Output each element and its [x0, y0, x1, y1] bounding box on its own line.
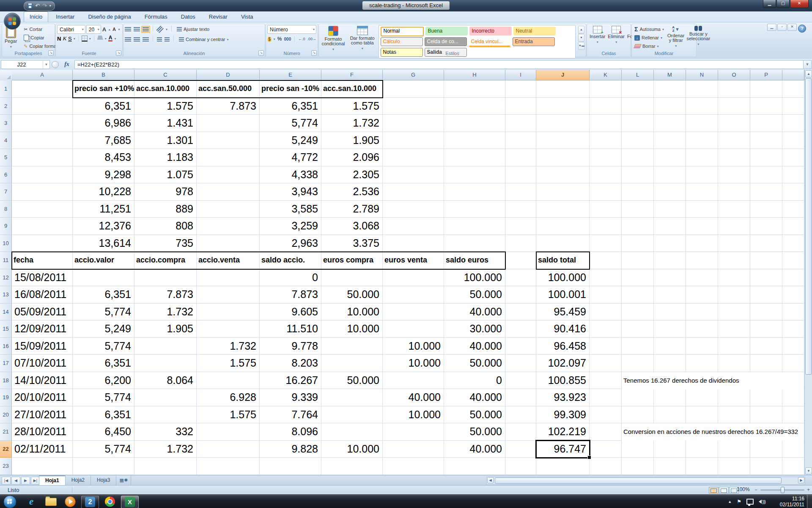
cell-C8[interactable]: 889 [134, 201, 197, 218]
cell-B7[interactable]: 10,228 [73, 183, 134, 201]
cell-L18[interactable]: Tenemos 16.267 derechos de dividendos [622, 372, 804, 389]
cell-E12[interactable]: 0 [260, 269, 321, 287]
vertical-scroll-thumb[interactable] [805, 78, 812, 375]
cell-C13[interactable]: 7.873 [134, 286, 197, 304]
cell-A21[interactable]: 28/10/2011 [12, 423, 73, 441]
vertical-scrollbar[interactable]: ▲ ▼ [804, 70, 812, 475]
fuente-dialog-launcher[interactable]: ↘ [116, 50, 121, 56]
cell-C22[interactable]: 1.732 [134, 441, 197, 458]
gallery-more-icon[interactable]: ▼▬ [578, 42, 584, 50]
cell-B2[interactable]: 6,351 [73, 98, 134, 115]
cell-E18[interactable]: 16.267 [260, 372, 321, 389]
cell-F10[interactable]: 3.375 [321, 235, 383, 252]
internet-explorer-button[interactable]: e [23, 496, 40, 508]
grow-font-button[interactable]: A▲ [102, 25, 111, 33]
cell-A16[interactable]: 15/09/2011 [12, 338, 73, 355]
app-2-taskbar-button[interactable]: 2 [81, 496, 99, 508]
cell-F8[interactable]: 2.789 [321, 201, 383, 218]
clear-button[interactable]: Borrar▾ [633, 42, 665, 50]
selected-cell-J22[interactable] [535, 440, 590, 459]
cell-B22[interactable]: 5,774 [73, 441, 134, 458]
cell-F9[interactable]: 3.068 [321, 218, 383, 235]
cell-C21[interactable]: 332 [134, 423, 197, 441]
column-header-L[interactable]: L [622, 70, 654, 80]
worksheet-grid[interactable]: precio san +10%acc.san.10.000acc.san.50.… [0, 70, 804, 475]
cell-A14[interactable]: 05/09/2011 [12, 304, 73, 321]
cell-F1[interactable]: acc.san.10.000 [321, 80, 383, 98]
accounting-format-icon[interactable]: $ [267, 36, 272, 42]
align-right-icon[interactable] [143, 37, 149, 42]
cell-C6[interactable]: 1.075 [134, 166, 197, 184]
format-as-table-button[interactable]: Dar formato como tabla▾ [348, 25, 377, 52]
cell-B5[interactable]: 8,453 [73, 149, 134, 166]
row-header-13[interactable]: 13 [0, 286, 12, 304]
cell-L21[interactable]: Conversion en acciones de nuestros derec… [622, 423, 804, 441]
cell-H14[interactable]: 40.000 [444, 304, 505, 321]
scroll-down-icon[interactable]: ▼ [805, 467, 812, 475]
underline-options-icon[interactable]: ▾ [74, 37, 75, 41]
cell-J16[interactable]: 96.458 [536, 338, 590, 355]
cell-E20[interactable]: 7.764 [260, 406, 321, 424]
cell-C3[interactable]: 1.431 [134, 115, 197, 132]
align-middle-icon[interactable] [134, 27, 140, 32]
cell-E9[interactable]: 3,259 [260, 218, 321, 235]
gallery-up-icon[interactable]: ▲ [578, 26, 584, 34]
column-header-A[interactable]: A [12, 70, 73, 80]
maximize-button[interactable]: ▢ [776, 0, 790, 8]
ribbon-tab-f-rmulas[interactable]: Fórmulas [139, 11, 173, 22]
cell-B11[interactable]: accio.valor [73, 252, 134, 269]
cell-H21[interactable]: 50.000 [444, 423, 505, 441]
underline-button[interactable]: S [68, 36, 72, 42]
row-header-2[interactable]: 2 [0, 98, 12, 115]
cell-C2[interactable]: 1.575 [134, 98, 197, 115]
cell-F11[interactable]: euros compra [321, 252, 383, 269]
ribbon-tab-dise-o-de-p-gina[interactable]: Diseño de página [82, 11, 137, 22]
cell-J21[interactable]: 102.219 [536, 423, 590, 441]
cell-B13[interactable]: 6,351 [73, 286, 134, 304]
italic-button[interactable]: K [63, 35, 66, 42]
cell-H13[interactable]: 50.000 [444, 286, 505, 304]
cell-H15[interactable]: 30.000 [444, 320, 505, 338]
row-header-8[interactable]: 8 [0, 201, 12, 218]
decrease-decimal-icon[interactable]: .00→ [307, 37, 316, 41]
row-header-10[interactable]: 10 [0, 235, 12, 252]
insert-function-button[interactable] [52, 61, 59, 68]
column-header-D[interactable]: D [197, 70, 260, 80]
cell-H19[interactable]: 40.000 [444, 389, 505, 406]
alineacion-dialog-launcher[interactable]: ↘ [258, 50, 264, 56]
cell-G19[interactable]: 40.000 [383, 389, 444, 406]
cell-F2[interactable]: 1.575 [321, 98, 383, 115]
cell-G11[interactable]: euros venta [383, 252, 444, 269]
next-sheet-icon[interactable]: ▶ [21, 477, 30, 485]
first-sheet-icon[interactable]: |◀ [2, 477, 11, 485]
cell-C15[interactable]: 1.905 [134, 320, 197, 338]
column-header-O[interactable]: O [718, 70, 750, 80]
formula-input[interactable]: =H22+(E22*B22) [74, 60, 804, 69]
cell-J12[interactable]: 100.000 [536, 269, 590, 287]
cell-style-entrada[interactable]: Entrada [513, 37, 555, 46]
align-top-icon[interactable] [125, 27, 131, 32]
row-header-5[interactable]: 5 [0, 149, 12, 166]
zoom-in-icon[interactable]: + [807, 487, 810, 492]
sort-filter-button[interactable]: AZ▼ Ordenar y filtrar▾ [666, 25, 686, 50]
cell-B3[interactable]: 6,986 [73, 115, 134, 132]
cells-area[interactable]: precio san +10%acc.san.10.000acc.san.50.… [12, 80, 804, 475]
row-header-7[interactable]: 7 [0, 183, 12, 201]
network-icon[interactable] [746, 499, 754, 505]
chrome-button[interactable] [102, 496, 118, 508]
cell-A12[interactable]: 15/08/2011 [12, 269, 73, 287]
find-select-button[interactable]: Buscar y seleccionar▾ [686, 25, 710, 50]
cell-A15[interactable]: 12/09/2011 [12, 320, 73, 338]
insert-worksheet-tab[interactable]: ▦✱ [116, 475, 131, 486]
page-layout-view-icon[interactable] [719, 487, 729, 494]
column-header-N[interactable]: N [686, 70, 718, 80]
cell-G20[interactable]: 10.000 [383, 406, 444, 424]
numero-dialog-launcher[interactable]: ↘ [311, 50, 317, 56]
cell-B21[interactable]: 6,450 [73, 423, 134, 441]
cell-A17[interactable]: 07/10/2011 [12, 355, 73, 372]
column-header-E[interactable]: E [260, 70, 321, 80]
column-header-G[interactable]: G [383, 70, 444, 80]
cell-B14[interactable]: 5,774 [73, 304, 134, 321]
horizontal-scroll-thumb[interactable] [495, 478, 782, 484]
font-name-select[interactable]: Calibri▾ [57, 25, 85, 34]
